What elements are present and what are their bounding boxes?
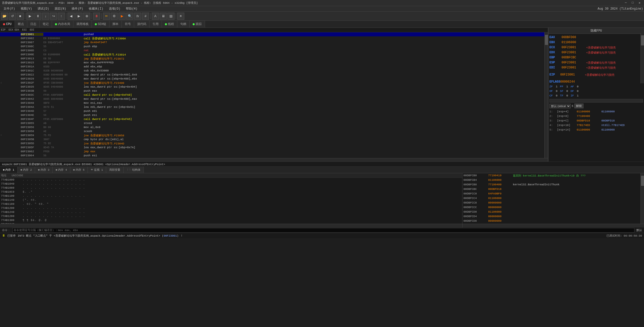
memory-row[interactable]: 77AB1100 . . . . . . . . . . . . . . . . (0, 194, 462, 198)
stack-row[interactable]: 00DBFCBC 00DBFD18 (462, 187, 644, 191)
reg-value[interactable]: 00F23001 (562, 61, 584, 64)
stack-row[interactable]: 00DBFCB8 77190400 kernel32.BaseThreadIni… (462, 182, 644, 187)
reg-hscroll[interactable] (549, 99, 643, 103)
toolbar-bp[interactable]: 8 (93, 13, 100, 20)
memory-row[interactable]: 77AB1140 (*. 46. (0, 198, 462, 202)
reg-value[interactable]: 00F23001 (562, 51, 584, 54)
maximize-button[interactable]: □ (630, 1, 635, 5)
memory-row[interactable]: 77AB1080 . . . . . . . . . . . . . . . . (0, 186, 462, 190)
disasm-row[interactable]: 00F2303C FF95 A90F0000 call dword ptr ss… (0, 93, 544, 97)
stack-row[interactable]: 00DBFCD8 00000000 (462, 219, 644, 223)
stack-row[interactable]: 00DBFCD0 01106000 (462, 210, 644, 214)
disasm-row[interactable]: 00F23056 B0 00 mov al,0x0 (0, 125, 544, 129)
disasm-row[interactable]: 00F23029 899D 88040000 mov dword ptr ss:… (0, 77, 544, 81)
tab-references[interactable]: 引用 (150, 21, 162, 28)
disasm-row[interactable]: 00F23042 8985 80040000 mov dword ptr ss:… (0, 97, 544, 101)
disasm-row[interactable]: 00F23035 8D85 94040000 lea eax,dword ptr… (0, 85, 544, 89)
tab-cpu[interactable]: CPU (0, 21, 15, 28)
disasm-row[interactable]: 00F23062 FFE0 jmp eax (0, 149, 544, 154)
tab-script[interactable]: 脚本 (109, 21, 122, 28)
close-button[interactable]: ✕ (637, 1, 642, 5)
reg-vscroll-thumb[interactable] (641, 35, 644, 45)
disasm-vscroll-thumb[interactable] (545, 35, 548, 45)
reg-hscroll-bar[interactable] (549, 99, 643, 103)
stack-hscroll[interactable] (462, 224, 644, 228)
memory-row[interactable]: 77AB1180 . 02. " 68. " (0, 202, 462, 206)
toolbar-memory[interactable]: 🖥 (160, 13, 167, 20)
stack-row[interactable]: 00DBFCB0 77190419 返回到 kernel32.BaseThrea… (462, 173, 644, 178)
stack-row[interactable]: 00DBFCCC 00000000 (462, 205, 644, 210)
disasm-row[interactable]: 00F2304A 8D7D 51 lea edi,dword ptr ss:[e… (0, 105, 544, 109)
disasm-row[interactable]: 00F23022 83BD 88040000 00 cmp dword ptr … (0, 73, 544, 77)
disasm-row[interactable]: 00F2301A 03DD add ebx,ebp (0, 65, 544, 69)
menu-trace[interactable]: 跟踪(N) (52, 6, 69, 11)
callstack-type[interactable]: 默认 (stdcal (549, 104, 571, 108)
toolbar-run[interactable]: ▶ (26, 13, 34, 20)
tab-threads[interactable]: 线程 (162, 21, 177, 28)
disasm-row[interactable]: 00F2305D 75 EE jne 吾爱破解论坛学习.F2304D (0, 141, 544, 145)
toolbar-forward[interactable]: ▶ (75, 13, 82, 20)
reg-value[interactable]: 01106000 (562, 41, 584, 44)
toolbar-patch[interactable]: ✏ (103, 13, 110, 20)
disasm-row[interactable]: 00F2305F 8D45 7A lea eax,dword ptr ss:[e… (0, 145, 544, 149)
toolbar-search[interactable]: 🔍 (126, 13, 133, 20)
reg-value[interactable]: 00DBFD08 (562, 36, 584, 39)
memory-row[interactable]: 77AB1040 . . . . . . . . . . . . . . . . (0, 182, 462, 186)
tab-callstack[interactable]: 调用堆栈 (73, 21, 92, 28)
disasm-row[interactable]: 00F23055 AB stosd (0, 121, 544, 125)
disasm-row[interactable]: ↓ 00F2302F 0F85 CB030000 jne 吾爱破解论坛学习.F2… (0, 81, 544, 85)
menu-debug[interactable]: 调试(D) (35, 6, 52, 11)
memory-row[interactable]: 77AB1240 . . . . . . . . . . . . . . . . (0, 210, 462, 214)
callstack-unlock-btn[interactable]: 解锁 (574, 104, 583, 108)
mem-tab-2[interactable]: ▣ 内存 2 (18, 167, 35, 173)
stack-vscroll[interactable] (640, 173, 644, 224)
mem-tab-4[interactable]: ▣ 内存 4 (53, 167, 70, 173)
disasm-row[interactable]: 00F23058 AE scasb (0, 129, 544, 133)
tab-handles[interactable]: 句柄 (177, 21, 190, 28)
menu-plugins[interactable]: 插件(P) (69, 6, 86, 11)
toolbar-close[interactable]: ■ (17, 13, 24, 20)
disasm-row[interactable]: 00F2304F FF95 A50F0000 call dword ptr ss… (0, 117, 544, 121)
menu-file[interactable]: 文件(F) (1, 6, 18, 11)
toolbar-stepover[interactable]: ↪ (50, 13, 57, 20)
reg-vscroll[interactable] (640, 33, 644, 83)
tab-source[interactable]: 源代码 (134, 21, 150, 28)
minimize-button[interactable]: — (623, 1, 628, 5)
mem-tab-watch1[interactable]: 👁 监视 1 (88, 167, 106, 173)
toolbar-back[interactable]: ◀ (68, 13, 75, 20)
disasm-vscroll[interactable] (544, 32, 548, 158)
reg-value[interactable]: 00DBFCBC (562, 56, 584, 59)
toolbar-help[interactable]: ☀ (177, 13, 184, 20)
tab-symbols[interactable]: 符号 (122, 21, 134, 28)
disasm-row[interactable]: 00F2304E 56 push esi (0, 113, 544, 117)
disasm-row[interactable]: 00F2304D 57 push edi (0, 109, 544, 113)
cmd-input[interactable] (12, 228, 634, 233)
toolbar-pause[interactable]: ⏸ (34, 13, 41, 20)
tab-seh[interactable]: SEH链 (92, 21, 110, 28)
reg-ef-value[interactable]: 00000244 (560, 80, 583, 84)
disasm-hscroll[interactable] (0, 158, 548, 162)
toolbar-hash[interactable]: # (142, 13, 149, 20)
toolbar-highlight[interactable]: ▶ (119, 13, 126, 20)
disasm-row[interactable]: 00F2303B 50 push eax (0, 89, 544, 93)
stack-row[interactable]: 00DBFCC0 64FA9BF0 (462, 191, 644, 196)
reg-value[interactable]: 00F23001 (562, 66, 584, 69)
stack-row[interactable]: 00DBFCC4 01106000 (462, 196, 644, 200)
disasm-row[interactable]: 00F2300D C3 ret (0, 48, 544, 53)
toolbar-restart[interactable]: ↺ (9, 13, 16, 20)
reg-value[interactable]: 00F23001 (562, 46, 584, 49)
memory-hscroll-inner[interactable] (0, 224, 462, 228)
memory-row[interactable]: 77AB1340 . . . . . . . . . . . . . . . . (0, 222, 462, 224)
toolbar-font[interactable]: A (152, 13, 159, 20)
disasm-row[interactable]: 00F23015 BB EDFFFFFF mov ebx,0xFFFFFFED (0, 61, 544, 65)
toolbar-goto[interactable]: ⊕ (83, 13, 90, 20)
menu-help[interactable]: 帮助(H) (123, 6, 140, 11)
stack-row[interactable]: 00DBFCB4 01106000 (462, 178, 644, 182)
menu-options[interactable]: 选项(O) (106, 6, 123, 11)
disasm-row[interactable]: 00F2305B 3807 cmp byte ptr ds:[edi],al (0, 137, 544, 141)
memory-row[interactable]: 77AB1000 . . . . . . . . . . . . . . . . (0, 178, 462, 182)
toolbar-stepin[interactable]: ↓ (42, 13, 49, 20)
disasm-row[interactable]: 00F23064 56 push esi (0, 154, 544, 158)
tab-log[interactable]: 日志 (27, 21, 40, 28)
mem-tab-locals[interactable]: 局部变量 (106, 167, 124, 173)
